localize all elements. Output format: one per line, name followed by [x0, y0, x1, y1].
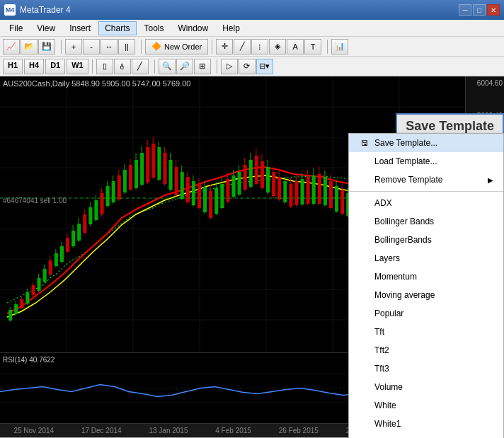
tf-h4[interactable]: H4	[24, 59, 44, 74]
white-label: White	[374, 400, 396, 410]
template-moving-average[interactable]: Moving average	[349, 286, 503, 304]
tft-label: Tft	[374, 327, 384, 337]
menu-window[interactable]: Window	[172, 21, 215, 35]
save-template-item[interactable]: 🖫 Save Template...	[349, 134, 503, 152]
menu-tools[interactable]: Tools	[138, 21, 171, 35]
menu-help[interactable]: Help	[216, 21, 246, 35]
menu-bar: File View Insert Charts Tools Window Hel…	[0, 20, 504, 37]
template-tft[interactable]: Tft	[349, 323, 503, 341]
adx-label: ADX	[374, 198, 392, 208]
crosshair-btn[interactable]: ✛	[216, 39, 233, 54]
dropdown-menu: 🖫 Save Template... Load Template... Remo…	[348, 133, 504, 438]
new-order-label: New Order	[164, 42, 202, 51]
fib-btn[interactable]: ◈	[269, 39, 286, 54]
template-tft2[interactable]: Tft2	[349, 341, 503, 359]
chart-bar-btn[interactable]: ▯	[96, 59, 113, 74]
moving-average-label: Moving average	[374, 290, 435, 300]
template-popular[interactable]: Popular	[349, 304, 503, 323]
zoom-out-btn[interactable]: -	[83, 39, 100, 54]
close-button[interactable]: ✕	[487, 4, 500, 16]
minimize-button[interactable]: ─	[459, 4, 471, 16]
zoom-chart-in[interactable]: 🔍	[159, 59, 176, 74]
load-template-label: Load Template...	[374, 156, 437, 166]
dropdown-header-label: Save Template	[406, 119, 494, 133]
title-bar-controls: ─ □ ✕	[459, 4, 500, 16]
zoom-in-btn[interactable]: +	[65, 39, 82, 54]
save-btn[interactable]: 💾	[38, 39, 55, 54]
toolbar-2: H1 H4 D1 W1 ▯ 🕯 ╱ 🔍 🔎 ⊞ ▷ ⟳ ⊟▾	[0, 57, 504, 76]
new-order-button[interactable]: 🔶 New Order	[145, 39, 208, 54]
zoom-chart-out[interactable]: 🔎	[176, 59, 193, 74]
period-sep-btn[interactable]: ||	[118, 39, 135, 54]
momentum-label: Momentum	[374, 272, 417, 282]
indicator-btn[interactable]: 📊	[331, 39, 348, 54]
template-volume[interactable]: Volume	[349, 378, 503, 396]
template-adx[interactable]: ADX	[349, 194, 503, 212]
menu-view[interactable]: View	[30, 21, 62, 35]
template-white[interactable]: White	[349, 396, 503, 415]
template-layers[interactable]: Layers	[349, 249, 503, 267]
layers-label: Layers	[374, 253, 400, 263]
popular-label: Popular	[374, 309, 403, 318]
remove-template-label: Remove Template	[374, 175, 443, 185]
template-williams[interactable]: Williams	[349, 433, 503, 438]
save-template-icon: 🖫	[359, 137, 370, 149]
menu-divider	[349, 191, 503, 192]
template-white1[interactable]: White1	[349, 415, 503, 433]
load-template-icon	[359, 156, 370, 167]
template-bollinger-bands[interactable]: Bollinger Bands	[349, 212, 503, 231]
remove-template-item[interactable]: Remove Template ▶	[349, 171, 503, 189]
load-template-item[interactable]: Load Template...	[349, 152, 503, 171]
title-bar: M4 MetaTrader 4 ─ □ ✕	[0, 0, 504, 20]
label-btn[interactable]: T	[304, 39, 321, 54]
new-order-icon: 🔶	[151, 42, 161, 51]
chart-line-btn[interactable]: ╱	[132, 59, 149, 74]
scroll-btn[interactable]: ↔	[101, 39, 118, 54]
bollingerbands-label: BollingerBands	[374, 235, 432, 245]
period-line-btn[interactable]: ⫶	[251, 39, 268, 54]
grid-btn[interactable]: ⊞	[194, 59, 211, 74]
line-btn[interactable]: ╱	[234, 39, 251, 54]
text-btn[interactable]: A	[287, 39, 304, 54]
menu-insert[interactable]: Insert	[63, 21, 97, 35]
remove-template-icon	[359, 174, 370, 185]
submenu-arrow-icon: ▶	[488, 176, 493, 184]
tf-d1[interactable]: D1	[45, 59, 65, 74]
chart-candle-btn[interactable]: 🕯	[114, 59, 131, 74]
title-bar-text: MetaTrader 4	[20, 5, 71, 15]
scroll-right-btn[interactable]: ▷	[221, 59, 238, 74]
new-chart-btn[interactable]: 📈	[3, 39, 20, 54]
template-tft3[interactable]: Tft3	[349, 359, 503, 378]
white1-label: White1	[374, 419, 401, 429]
maximize-button[interactable]: □	[473, 4, 486, 16]
bollinger-bands-label: Bollinger Bands	[374, 217, 434, 226]
volume-label: Volume	[374, 382, 403, 392]
tf-w1[interactable]: W1	[67, 59, 88, 74]
dropdown-overlay: Save Template 🖫 Save Template... Load Te…	[0, 76, 504, 437]
tft3-label: Tft3	[374, 364, 389, 374]
template-btn[interactable]: ⊟▾	[256, 59, 273, 74]
open-btn[interactable]: 📂	[21, 39, 38, 54]
chart-area: AUS200Cash,Daily 5848.90 5905.00 5747.00…	[0, 76, 504, 437]
toolbar-1: 📈 📂 💾 + - ↔ || 🔶 New Order ✛ ╱ ⫶ ◈ A T 📊	[0, 37, 504, 57]
autoscroll-btn[interactable]: ⟳	[239, 59, 256, 74]
save-template-label: Save Template...	[374, 138, 437, 148]
tft2-label: Tft2	[374, 345, 389, 355]
menu-file[interactable]: File	[3, 21, 29, 35]
template-momentum[interactable]: Momentum	[349, 267, 503, 286]
menu-charts[interactable]: Charts	[98, 21, 136, 35]
template-bollingerbands[interactable]: BollingerBands	[349, 231, 503, 249]
tf-h1[interactable]: H1	[3, 59, 23, 74]
app-icon: M4	[4, 4, 16, 16]
